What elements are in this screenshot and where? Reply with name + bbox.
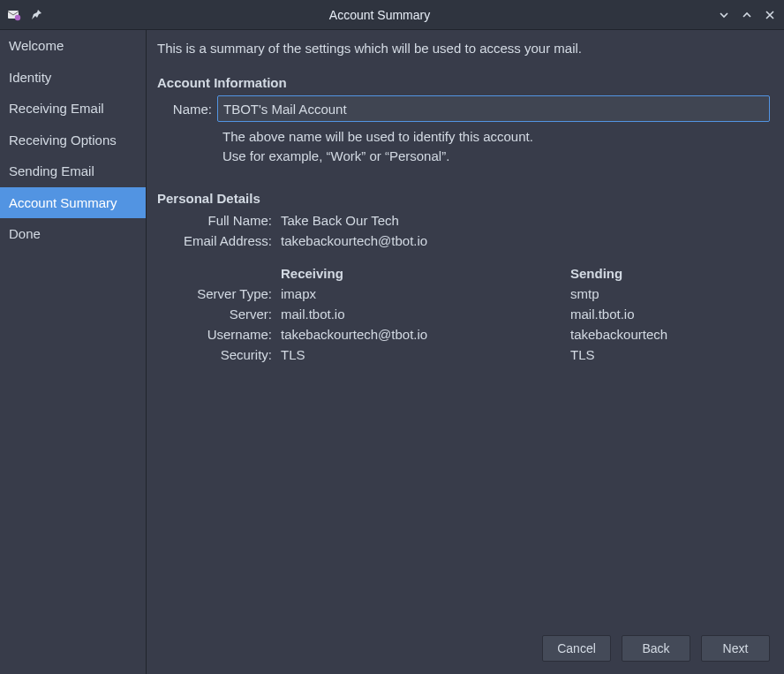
sidebar: Welcome Identity Receiving Email Receivi… <box>0 30 146 674</box>
maximize-icon[interactable] <box>740 8 754 22</box>
server-send: mail.tbot.io <box>570 307 770 322</box>
personal-details-heading: Personal Details <box>157 191 770 206</box>
sidebar-item-identity[interactable]: Identity <box>0 62 146 94</box>
next-button[interactable]: Next <box>701 635 770 662</box>
sidebar-item-welcome[interactable]: Welcome <box>0 30 146 62</box>
full-name-label: Full Name: <box>157 213 272 228</box>
button-bar: Cancel Back Next <box>147 626 784 674</box>
summary-text: This is a summary of the settings which … <box>157 41 770 56</box>
sidebar-item-done[interactable]: Done <box>0 218 146 250</box>
sidebar-item-account-summary[interactable]: Account Summary <box>0 187 146 219</box>
server-type-label: Server Type: <box>157 286 272 301</box>
sidebar-item-sending-email[interactable]: Sending Email <box>0 155 146 187</box>
receiving-header: Receiving <box>281 266 562 281</box>
main-panel: This is a summary of the settings which … <box>146 30 784 674</box>
sending-header: Sending <box>570 266 770 281</box>
account-name-input[interactable] <box>217 95 770 122</box>
pin-icon[interactable] <box>30 9 42 21</box>
sidebar-item-receiving-options[interactable]: Receiving Options <box>0 125 146 156</box>
account-name-help-2: Use for example, “Work” or “Personal”. <box>222 147 770 166</box>
account-name-help-1: The above name will be used to identify … <box>222 127 770 147</box>
titlebar: Account Summary <box>0 0 784 30</box>
username-send: takebackourtech <box>570 327 770 342</box>
full-name-value: Take Back Our Tech <box>281 213 770 228</box>
name-label: Name: <box>157 102 217 117</box>
security-send: TLS <box>570 347 770 362</box>
server-type-recv: imapx <box>281 286 562 301</box>
window-title: Account Summary <box>42 8 717 22</box>
cancel-button[interactable]: Cancel <box>542 635 611 662</box>
back-button[interactable]: Back <box>622 635 690 662</box>
server-label: Server: <box>157 307 272 322</box>
minimize-icon[interactable] <box>717 8 731 22</box>
username-recv: takebackourtech@tbot.io <box>281 327 562 342</box>
sidebar-item-receiving-email[interactable]: Receiving Email <box>0 93 146 125</box>
security-label: Security: <box>157 347 272 362</box>
email-value: takebackourtech@tbot.io <box>281 233 770 248</box>
account-info-heading: Account Information <box>157 75 770 90</box>
server-type-send: smtp <box>570 286 770 301</box>
security-recv: TLS <box>281 347 562 362</box>
svg-point-1 <box>15 14 20 19</box>
app-icon <box>7 8 21 22</box>
username-label: Username: <box>157 327 272 342</box>
email-label: Email Address: <box>157 233 272 248</box>
server-recv: mail.tbot.io <box>281 307 562 322</box>
close-icon[interactable] <box>763 8 777 22</box>
